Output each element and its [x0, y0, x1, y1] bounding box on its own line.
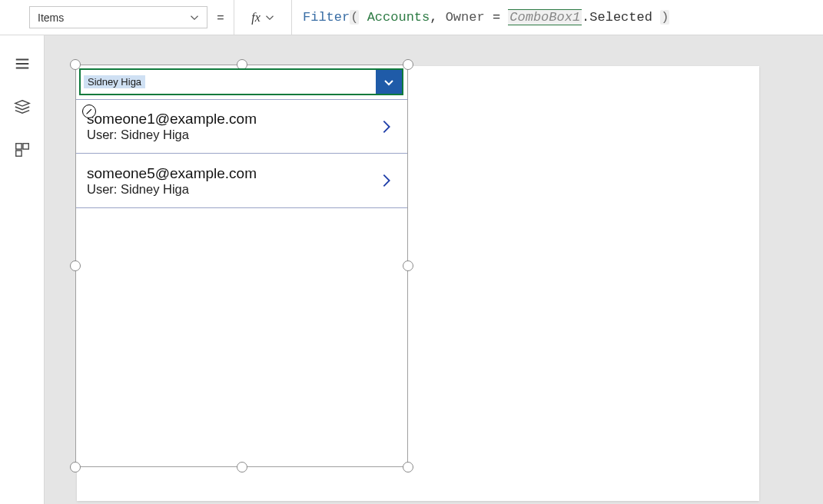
list-item-primary: someone1@example.com — [87, 111, 257, 128]
formula-bar: Items = fx Filter( Accounts, Owner = Com… — [0, 0, 823, 35]
components-icon[interactable] — [14, 141, 31, 158]
token-paren-close: ) — [660, 10, 669, 25]
list-item-secondary: User: Sidney Higa — [87, 182, 257, 197]
combobox-selected-tag[interactable]: Sidney Higa — [84, 75, 145, 88]
hamburger-icon[interactable] — [14, 55, 31, 72]
list-item[interactable]: someone1@example.com User: Sidney Higa — [76, 99, 407, 154]
chevron-down-icon — [265, 13, 274, 22]
gallery-rows: someone1@example.com User: Sidney Higa s… — [76, 99, 407, 208]
property-selector[interactable]: Items — [29, 6, 207, 28]
gallery-control[interactable]: Sidney Higa someone1@example.com User: S… — [75, 65, 408, 467]
edit-template-icon[interactable] — [82, 104, 96, 118]
list-item-primary: someone5@example.com — [87, 165, 257, 182]
list-item-text: someone1@example.com User: Sidney Higa — [87, 111, 257, 142]
token-operator: = — [493, 10, 500, 25]
list-item-secondary: User: Sidney Higa — [87, 128, 257, 142]
token-function: Filter — [303, 10, 350, 25]
resize-handle[interactable] — [70, 462, 81, 472]
chevron-right-icon[interactable] — [378, 172, 395, 189]
canvas-area[interactable]: Sidney Higa someone1@example.com User: S… — [45, 35, 823, 504]
resize-handle[interactable] — [403, 260, 413, 271]
chevron-down-icon — [190, 13, 199, 22]
formula-input[interactable]: Filter( Accounts, Owner = ComboBox1.Sele… — [292, 0, 823, 35]
token-property: Selected — [589, 10, 652, 25]
svg-rect-0 — [15, 144, 21, 149]
resize-handle[interactable] — [70, 260, 81, 271]
list-item-text: someone5@example.com User: Sidney Higa — [87, 165, 257, 197]
token-field: Owner — [446, 10, 485, 25]
token-table: Accounts — [367, 10, 430, 25]
resize-handle[interactable] — [237, 462, 247, 472]
tree-view-icon[interactable] — [14, 98, 31, 115]
property-name: Items — [38, 12, 64, 24]
chevron-down-icon — [383, 76, 395, 88]
fx-button[interactable]: fx — [234, 0, 292, 35]
token-dot: . — [582, 10, 589, 25]
token-control: ComboBox1 — [508, 9, 582, 25]
resize-handle[interactable] — [403, 59, 413, 70]
list-item[interactable]: someone5@example.com User: Sidney Higa — [76, 154, 407, 208]
combobox[interactable]: Sidney Higa — [79, 68, 403, 95]
resize-handle[interactable] — [403, 462, 413, 472]
svg-rect-1 — [22, 144, 28, 149]
fx-label: fx — [251, 11, 261, 25]
left-rail — [0, 35, 45, 504]
pencil-icon — [85, 108, 93, 115]
token-paren-open: ( — [350, 10, 359, 25]
token-comma: , — [430, 10, 437, 25]
svg-rect-2 — [15, 151, 21, 156]
combobox-dropdown-button[interactable] — [376, 70, 402, 94]
app-screen[interactable]: Sidney Higa someone1@example.com User: S… — [77, 66, 759, 501]
equals-label: = — [207, 0, 234, 35]
chevron-right-icon[interactable] — [378, 118, 395, 135]
